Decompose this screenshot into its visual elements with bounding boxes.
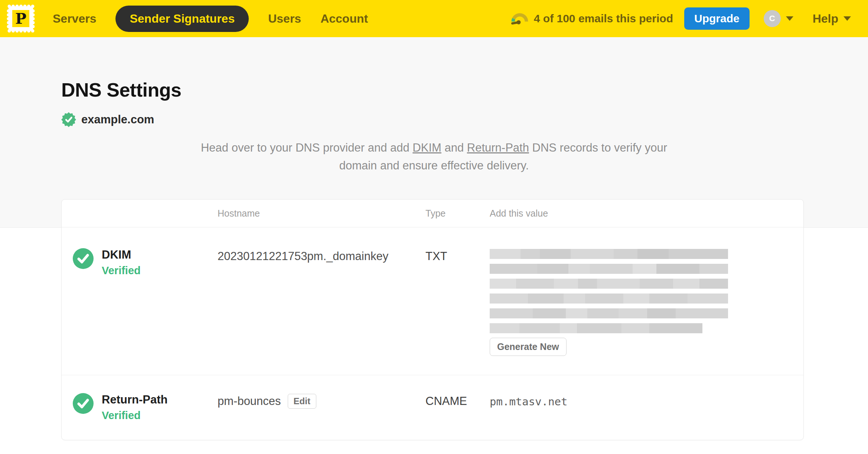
status-badge: Verified (102, 409, 167, 422)
nav-item-account[interactable]: Account (320, 12, 368, 26)
dkim-hostname: 20230121221753pm._domainkey (218, 248, 425, 375)
verified-seal-icon (61, 112, 76, 127)
domain-row: example.com (61, 112, 868, 127)
nav-item-servers[interactable]: Servers (53, 12, 96, 26)
help-label: Help (813, 12, 838, 26)
column-header-value: Add this value (490, 208, 803, 219)
column-header-type: Type (425, 208, 490, 219)
dns-instructions: Head over to your DNS provider and add D… (198, 139, 670, 175)
top-navbar: P Servers Sender Signatures Users Accoun… (0, 0, 868, 37)
edit-button[interactable]: Edit (288, 394, 316, 409)
avatar: C (764, 10, 781, 27)
redacted-value-row (490, 323, 702, 333)
instructions-text: Head over to your DNS provider and add (201, 141, 412, 154)
status-badge: Verified (102, 265, 141, 277)
instructions-text: and (441, 141, 467, 154)
dkim-value-cell: Generate New (490, 248, 803, 375)
postmark-logo-icon[interactable]: P (6, 4, 36, 33)
chevron-down-icon (786, 16, 793, 21)
return-path-link[interactable]: Return-Path (467, 141, 529, 154)
return-path-hostname-cell: pm-bounces Edit (218, 393, 425, 422)
nav-right: 4 of 100 emails this period Upgrade C He… (511, 7, 851, 30)
redacted-value-row (490, 308, 728, 318)
domain-name: example.com (81, 113, 154, 126)
upgrade-button[interactable]: Upgrade (684, 7, 750, 30)
record-name: Return-Path (102, 393, 167, 406)
table-row-return-path: Return-Path Verified pm-bounces Edit CNA… (62, 375, 803, 422)
redacted-dkim-value (490, 249, 803, 333)
redacted-value-row (490, 249, 728, 259)
dkim-status-cell: DKIM Verified (62, 248, 218, 375)
svg-text:P: P (15, 10, 26, 27)
verified-check-icon (73, 248, 94, 269)
return-path-status-cell: Return-Path Verified (62, 393, 218, 422)
dns-records-card: Hostname Type Add this value DKIM Verifi… (61, 199, 804, 440)
nav-item-users[interactable]: Users (268, 12, 301, 26)
table-row-dkim: DKIM Verified 20230121221753pm._domainke… (62, 227, 803, 375)
redacted-value-row (490, 294, 728, 304)
dkim-link[interactable]: DKIM (412, 141, 441, 154)
redacted-value-row (490, 279, 728, 289)
table-header-row: Hostname Type Add this value (62, 200, 803, 227)
dkim-type: TXT (425, 248, 490, 375)
verified-check-icon (73, 393, 94, 414)
usage-text: 4 of 100 emails this period (534, 12, 673, 25)
return-path-value: pm.mtasv.net (490, 393, 803, 422)
record-name: DKIM (102, 248, 141, 262)
return-path-type: CNAME (425, 393, 490, 422)
help-menu[interactable]: Help (813, 12, 851, 26)
usage-meter[interactable]: 4 of 100 emails this period (511, 12, 673, 26)
generate-new-button[interactable]: Generate New (490, 338, 567, 356)
primary-nav: Servers Sender Signatures Users Account (53, 6, 368, 32)
return-path-hostname: pm-bounces (218, 395, 281, 408)
page-title: DNS Settings (0, 37, 868, 101)
chevron-down-icon (843, 16, 851, 21)
page: P Servers Sender Signatures Users Accoun… (0, 0, 868, 454)
gauge-icon (511, 12, 529, 26)
redacted-value-row (490, 264, 728, 274)
column-header-hostname: Hostname (218, 208, 425, 219)
nav-item-sender-signatures[interactable]: Sender Signatures (115, 6, 249, 32)
account-menu[interactable]: C (764, 10, 793, 27)
